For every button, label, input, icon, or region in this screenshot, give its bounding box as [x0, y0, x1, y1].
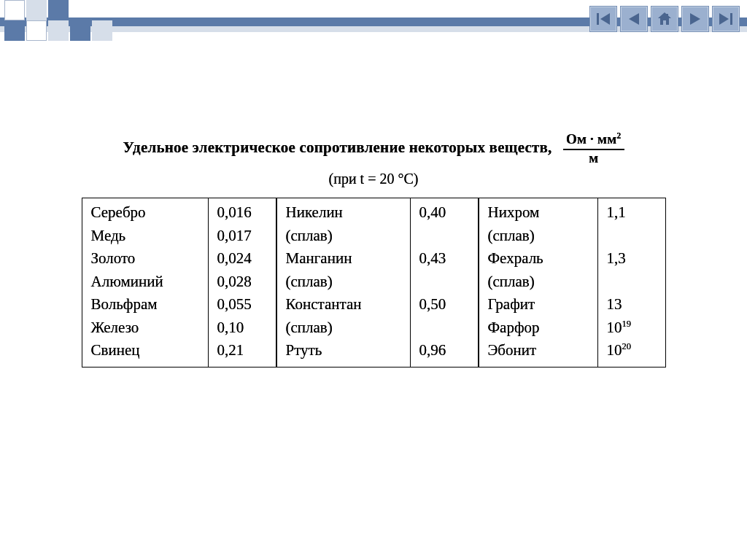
decorative-header	[0, 0, 747, 39]
prev-icon	[626, 12, 642, 26]
home-button[interactable]	[651, 6, 678, 32]
svg-marker-2	[629, 13, 639, 25]
svg-marker-5	[690, 13, 700, 25]
last-button[interactable]	[712, 6, 740, 32]
first-button[interactable]	[589, 6, 617, 32]
next-icon	[687, 12, 703, 26]
home-icon	[657, 11, 673, 27]
tables-row: СереброМедьЗолотоАлюминийВольфрамЖелезоС…	[31, 198, 716, 368]
svg-marker-1	[600, 13, 610, 25]
svg-rect-0	[597, 13, 599, 25]
svg-rect-7	[730, 13, 732, 25]
resistivity-figure: Удельное электрическое сопротивление нек…	[31, 131, 716, 368]
title: Удельное электрическое сопротивление нек…	[31, 131, 716, 166]
table-col-3: Нихром(сплав)Фехраль(сплав)ГрафитФарфорЭ…	[479, 198, 666, 368]
table-col-2: Никелин(сплав)Манганин(сплав)Константан(…	[276, 198, 479, 368]
condition-text: (при t = 20 °C)	[31, 171, 716, 187]
slide-content: Удельное электрическое сопротивление нек…	[0, 51, 747, 560]
nav-toolbar	[589, 6, 740, 32]
first-icon	[595, 12, 611, 26]
title-text: Удельное электрическое сопротивление нек…	[123, 139, 551, 156]
svg-marker-6	[719, 13, 729, 25]
prev-button[interactable]	[620, 6, 648, 32]
svg-marker-3	[658, 12, 671, 25]
last-icon	[718, 12, 734, 26]
next-button[interactable]	[681, 6, 709, 32]
svg-rect-4	[666, 14, 668, 17]
unit-fraction: Ом · мм2 м	[563, 131, 624, 166]
table-col-1: СереброМедьЗолотоАлюминийВольфрамЖелезоС…	[82, 198, 276, 368]
